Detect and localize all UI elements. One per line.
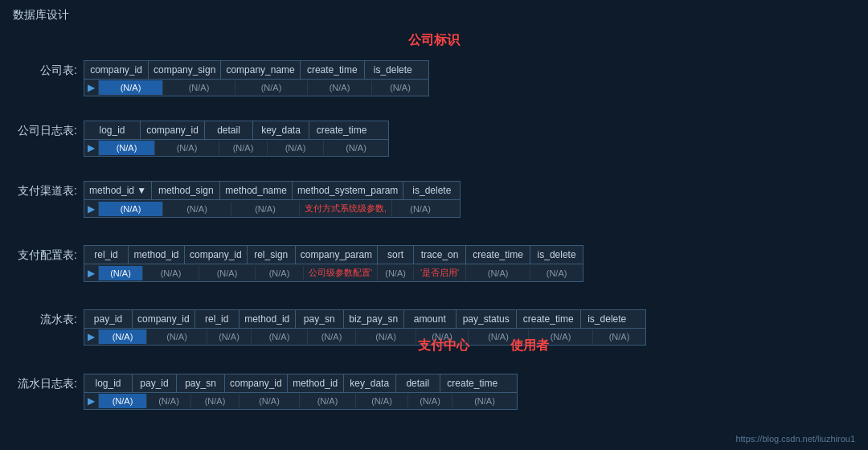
col-header-2-2: method_name bbox=[220, 182, 293, 199]
col-header-3-8: is_delete bbox=[530, 246, 583, 264]
col-header-4-3: method_id bbox=[240, 310, 296, 328]
col-cell-1-1: (N/A) bbox=[155, 141, 219, 155]
col-cell-3-7: (N/A) bbox=[466, 266, 530, 280]
col-cell-5-1: (N/A) bbox=[147, 394, 191, 408]
db-table-4: pay_idcompany_idrel_idmethod_idpay_snbiz… bbox=[84, 309, 646, 346]
col-cell-5-3: (N/A) bbox=[240, 394, 300, 408]
col-header-4-4: pay_sn bbox=[296, 310, 344, 328]
table-label-1: 公司日志表: bbox=[13, 121, 77, 138]
col-header-3-7: create_time bbox=[466, 246, 530, 264]
col-cell-3-6: '是否启用' bbox=[414, 264, 466, 281]
col-cell-4-4: (N/A) bbox=[308, 329, 356, 344]
col-cell-5-6: (N/A) bbox=[408, 394, 452, 408]
col-cell-4-0: (N/A) bbox=[99, 329, 147, 344]
col-cell-4-5: (N/A) bbox=[356, 329, 416, 344]
col-header-0-0: company_id bbox=[84, 61, 149, 79]
row-indicator-4: ▶ bbox=[84, 329, 99, 345]
col-header-0-1: company_sign bbox=[149, 61, 221, 79]
col-cell-3-1: (N/A) bbox=[143, 266, 199, 280]
table-row-container-5: 流水日志表:log_idpay_idpay_sncompany_idmethod… bbox=[13, 374, 518, 410]
col-header-3-0: rel_id bbox=[84, 246, 129, 264]
table-row-container-0: 公司表:company_idcompany_signcompany_namecr… bbox=[13, 60, 429, 96]
row-indicator-1: ▶ bbox=[84, 140, 99, 156]
col-header-0-3: create_time bbox=[301, 61, 365, 79]
col-cell-5-2: (N/A) bbox=[191, 394, 240, 408]
payment-center-label: 支付中心 bbox=[418, 338, 469, 354]
row-indicator-2: ▶ bbox=[84, 201, 99, 217]
col-cell-0-4: (N/A) bbox=[372, 80, 428, 95]
col-header-5-5: key_data bbox=[344, 374, 396, 392]
db-table-5: log_idpay_idpay_sncompany_idmethod_idkey… bbox=[84, 374, 518, 410]
col-header-4-6: amount bbox=[404, 310, 457, 328]
col-cell-3-3: (N/A) bbox=[256, 266, 304, 280]
col-header-3-1: method_id bbox=[129, 246, 185, 264]
col-header-4-7: pay_status bbox=[457, 310, 517, 328]
col-cell-2-0: (N/A) bbox=[99, 202, 163, 216]
col-header-4-0: pay_id bbox=[84, 310, 133, 328]
col-header-5-2: pay_sn bbox=[177, 374, 225, 392]
table-row-container-1: 公司日志表:log_idcompany_iddetailkey_datacrea… bbox=[13, 121, 389, 157]
col-header-3-3: rel_sign bbox=[248, 246, 296, 264]
db-table-3: rel_idmethod_idcompany_idrel_signcompany… bbox=[84, 245, 583, 282]
col-header-3-4: company_param bbox=[296, 246, 378, 264]
col-cell-5-7: (N/A) bbox=[452, 394, 517, 408]
col-cell-3-2: (N/A) bbox=[199, 266, 256, 280]
col-header-1-3: key_data bbox=[253, 121, 309, 139]
col-header-5-6: detail bbox=[396, 374, 440, 392]
col-header-2-0: method_id ▼ bbox=[84, 182, 152, 199]
col-cell-1-4: (N/A) bbox=[324, 141, 388, 155]
col-header-4-5: biz_pay_sn bbox=[344, 310, 404, 328]
col-header-0-4: is_delete bbox=[365, 61, 421, 79]
table-label-3: 支付配置表: bbox=[13, 245, 77, 263]
col-header-1-1: company_id bbox=[141, 121, 205, 139]
col-header-3-2: company_id bbox=[185, 246, 248, 264]
col-cell-1-0: (N/A) bbox=[99, 141, 155, 155]
col-cell-5-4: (N/A) bbox=[300, 394, 356, 408]
col-cell-2-3: 支付方式系统级参数, bbox=[300, 200, 392, 217]
col-header-5-4: method_id bbox=[288, 374, 344, 392]
col-header-4-1: company_id bbox=[133, 310, 195, 328]
table-label-0: 公司表: bbox=[13, 60, 77, 78]
col-cell-0-3: (N/A) bbox=[308, 80, 372, 95]
row-indicator-3: ▶ bbox=[84, 265, 99, 281]
table-row-container-2: 支付渠道表:method_id ▼method_signmethod_namem… bbox=[13, 181, 461, 218]
col-cell-2-2: (N/A) bbox=[231, 202, 300, 216]
col-header-3-5: sort bbox=[378, 246, 414, 264]
col-header-4-2: rel_id bbox=[195, 310, 240, 328]
col-header-1-0: log_id bbox=[84, 121, 141, 139]
col-cell-2-4: (N/A) bbox=[392, 202, 448, 216]
col-cell-5-0: (N/A) bbox=[99, 394, 147, 408]
table-row-container-4: 流水表:pay_idcompany_idrel_idmethod_idpay_s… bbox=[13, 309, 646, 346]
table-label-5: 流水日志表: bbox=[13, 374, 77, 391]
row-indicator-5: ▶ bbox=[84, 393, 99, 409]
col-header-2-1: method_sign bbox=[152, 182, 220, 199]
col-cell-0-1: (N/A) bbox=[163, 80, 235, 95]
col-cell-1-3: (N/A) bbox=[268, 141, 324, 155]
col-header-2-4: is_delete bbox=[403, 182, 460, 199]
col-header-2-3: method_system_param bbox=[293, 182, 403, 199]
db-table-1: log_idcompany_iddetailkey_datacreate_tim… bbox=[84, 121, 389, 157]
col-header-5-0: log_id bbox=[84, 374, 133, 392]
db-table-0: company_idcompany_signcompany_namecreate… bbox=[84, 60, 429, 96]
col-header-5-3: company_id bbox=[225, 374, 288, 392]
col-cell-0-2: (N/A) bbox=[235, 80, 308, 95]
col-cell-4-1: (N/A) bbox=[147, 329, 207, 344]
col-cell-3-0: (N/A) bbox=[99, 266, 143, 280]
col-header-4-8: create_time bbox=[517, 310, 581, 328]
user-label: 使用者 bbox=[510, 338, 549, 354]
col-cell-3-5: (N/A) bbox=[378, 266, 414, 280]
table-label-2: 支付渠道表: bbox=[13, 181, 77, 198]
col-header-5-1: pay_id bbox=[133, 374, 177, 392]
col-cell-5-5: (N/A) bbox=[356, 394, 408, 408]
col-cell-2-1: (N/A) bbox=[163, 202, 231, 216]
col-header-5-7: create_time bbox=[440, 374, 505, 392]
col-header-4-9: is_delete bbox=[581, 310, 633, 328]
row-indicator-0: ▶ bbox=[84, 80, 99, 96]
col-cell-4-2: (N/A) bbox=[207, 329, 252, 344]
table-label-4: 流水表: bbox=[13, 309, 77, 327]
col-header-0-2: company_name bbox=[221, 61, 300, 79]
table-row-container-3: 支付配置表:rel_idmethod_idcompany_idrel_signc… bbox=[13, 245, 583, 282]
page-title: 数据库设计 bbox=[13, 8, 69, 22]
db-table-2: method_id ▼method_signmethod_namemethod_… bbox=[84, 181, 461, 218]
col-cell-3-4: 公司级参数配置' bbox=[304, 264, 378, 281]
